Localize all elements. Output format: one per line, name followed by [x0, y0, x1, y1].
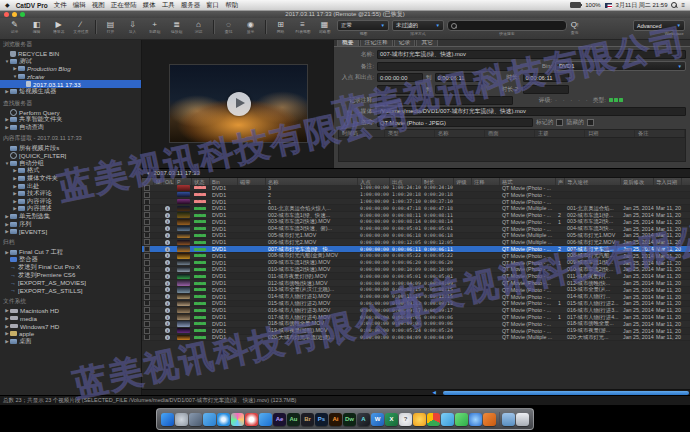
table-row[interactable]: DVD121:00:00:001:00:20:180:00:20:18QT Mo… [142, 192, 690, 199]
sidebar-item[interactable]: ▼zfcaiw [0, 73, 141, 81]
row-checkbox[interactable] [144, 219, 150, 225]
table-row[interactable]: iDVD1004-城市车流3(快速、俯)...0:00:00:000:00:05… [142, 226, 690, 233]
sidebar-item[interactable]: ▶媒体文件夹 [0, 175, 141, 183]
hidden-checkbox[interactable] [587, 119, 594, 126]
row-checkbox[interactable] [144, 205, 150, 211]
media-path-field[interactable]: /Volumes/media/DVD1/007-城市灯光车流(绿、快速).mov [377, 107, 686, 116]
dock-word-icon[interactable]: W [371, 413, 384, 426]
table-group-header[interactable]: ▼ 2017.03.11 17:33 [142, 169, 690, 178]
row-checkbox[interactable] [144, 253, 150, 259]
dock-messages-icon[interactable] [455, 413, 468, 426]
row-checkbox[interactable] [144, 267, 150, 273]
duration-field[interactable]: 0:00:06:11 [523, 73, 569, 82]
table-row[interactable]: iDVD1013-城市全景(从汉江北眺)...0:00:00:000:00:08… [142, 287, 690, 294]
sidebar-item[interactable]: ▶Macintosh HD [0, 307, 141, 315]
menu-item[interactable]: 服务器 [181, 1, 201, 10]
markers-column-header[interactable]: 日期 [585, 130, 635, 137]
sidebar-item[interactable]: ▶内容评论 [0, 198, 141, 206]
markers-column-header[interactable]: 时间码 [339, 130, 385, 137]
dock-help-icon[interactable]: ? [399, 413, 412, 426]
dock-launchpad-icon[interactable] [175, 413, 188, 426]
dock-safari-icon[interactable] [217, 413, 230, 426]
row-checkbox[interactable] [144, 301, 150, 307]
table-row[interactable]: DVD111:00:00:001:00:37:100:00:37:10QT Mo… [142, 199, 690, 206]
marked-checkbox[interactable] [556, 119, 563, 126]
row-checkbox[interactable] [144, 185, 150, 191]
markers-table-body[interactable] [338, 138, 686, 162]
bin-dropdown[interactable]: DVD1 ▼ [555, 61, 686, 71]
notes-field[interactable] [377, 62, 513, 71]
grid-view-button[interactable]: ⊞网格 [271, 20, 290, 34]
dock-media-player-icon[interactable] [483, 413, 496, 426]
sidebar-item[interactable]: ▶格式 [0, 167, 141, 175]
dock-mission-control-icon[interactable] [189, 413, 202, 426]
thumb-view-button[interactable]: ▦缩略图 [315, 20, 334, 34]
dock-mail-icon[interactable] [203, 413, 216, 426]
menu-item[interactable]: 编辑 [73, 1, 86, 10]
dock-after-effects-icon[interactable]: Ae [273, 413, 286, 426]
clip-name-field[interactable]: 007-城市灯光车流(绿、快速).mov [377, 50, 686, 59]
edit-panel-button[interactable]: ◧编辑 [27, 20, 46, 34]
menu-item[interactable]: 文件 [54, 1, 67, 10]
linked-group-button[interactable]: ≣链接组 [167, 20, 186, 34]
in-point-field[interactable]: 0:00:00:00 [377, 73, 423, 82]
dock-trash-icon[interactable] [516, 413, 529, 426]
table-row[interactable]: iDVD1006-城市灯光2.MOV0:00:00:000:00:12:050:… [142, 239, 690, 246]
menu-item[interactable]: 正在登陆 [111, 1, 137, 10]
row-checkbox[interactable] [144, 294, 150, 300]
table-row[interactable]: iDVD1002-城市车流1(绿、快速...0:00:00:000:00:08:… [142, 212, 690, 219]
row-checkbox[interactable] [144, 307, 150, 313]
dock-photos-icon[interactable] [231, 413, 244, 426]
table-row[interactable]: iDVD1009-城市车流1(快速).MOV0:00:00:000:00:06:… [142, 260, 690, 267]
table-row[interactable]: iDVD1007-城市灯光车流(绿、快...0:00:00:000:00:06:… [142, 246, 690, 253]
table-row[interactable]: iDVD1015-城市人物(行进2).MOV0:00:00:000:00:09:… [142, 301, 690, 308]
markers-column-header[interactable]: 备注 [635, 130, 685, 137]
row-checkbox[interactable] [144, 233, 150, 239]
table-row[interactable]: iDVD1003-城市车流2(快速).MOV0:00:00:000:00:08:… [142, 219, 690, 226]
row-checkbox[interactable] [144, 260, 150, 266]
menu-bar-clock[interactable]: 3月11日 周二 21:59 [616, 1, 668, 10]
menu-item[interactable]: 媒体 [143, 1, 156, 10]
dock-chrome-icon[interactable] [427, 413, 440, 426]
quick-search-input[interactable] [447, 20, 567, 31]
row-checkbox[interactable] [144, 321, 150, 327]
row-checkbox[interactable] [144, 226, 150, 232]
dock-dreamweaver-icon[interactable]: Dw [343, 413, 356, 426]
rating-dots[interactable]: · · · · · [555, 97, 590, 103]
markers-column-header[interactable]: 主题 [535, 130, 585, 137]
table-row[interactable]: iDVD1019-城市夜景(游船).MOV0:00:00:000:00:05:2… [142, 328, 690, 335]
properties-button[interactable]: ∕文件性质 [71, 20, 90, 34]
dock-maps-icon[interactable] [441, 413, 454, 426]
row-checkbox[interactable] [144, 280, 150, 286]
input-language-flag-icon[interactable] [605, 3, 612, 8]
sidebar-item[interactable]: ▶出处 [0, 182, 141, 190]
row-checkbox[interactable] [144, 212, 150, 218]
menu-item[interactable]: 窗口 [206, 1, 219, 10]
row-checkbox[interactable] [144, 273, 150, 279]
markers-column-header[interactable]: 画面 [485, 130, 535, 137]
new-smart-group-button[interactable]: +新建组 [145, 20, 164, 34]
row-checkbox[interactable] [144, 287, 150, 293]
row-checkbox[interactable] [144, 328, 150, 334]
in2-field[interactable] [377, 85, 423, 94]
table-row[interactable]: iDVD1008-城市灯光汽船(金黄).MOV0:00:00:000:00:05… [142, 253, 690, 260]
table-row[interactable]: iDVD1017-城市人物(行进4).MOV0:00:00:000:00:09:… [142, 314, 690, 321]
sidebar-item[interactable]: ▶[EVENTS] [0, 228, 141, 236]
log-notes-field[interactable] [377, 96, 513, 105]
sidebar-item[interactable]: ▶Windows7 HD [0, 322, 141, 330]
dock-browser-icon[interactable] [469, 413, 482, 426]
show-button[interactable]: ◉显示 [241, 20, 260, 34]
spotlight-icon[interactable] [671, 2, 677, 8]
sidebar-item[interactable]: ▶桌面 [0, 337, 141, 345]
log-button[interactable]: ✎记录 [5, 20, 24, 34]
sidebar-item[interactable]: ▼自动分组 [0, 160, 141, 168]
table-row[interactable]: iDVD1012-城市傍晚(快速).MOV0:00:00:000:00:04:0… [142, 280, 690, 287]
dock-audition-icon[interactable]: Au [287, 413, 300, 426]
markers-column-header[interactable]: 名称 [435, 130, 485, 137]
out-point-field[interactable]: 0:00:06:11 [435, 73, 481, 82]
sidebar-item[interactable]: ▶序列 [0, 220, 141, 228]
app-menu[interactable]: CatDV Pro [16, 2, 48, 9]
apple-menu-icon[interactable]: ◆ [5, 2, 10, 9]
markers-column-header[interactable]: 类型 [385, 130, 435, 137]
dock-qq-icon[interactable] [413, 413, 426, 426]
